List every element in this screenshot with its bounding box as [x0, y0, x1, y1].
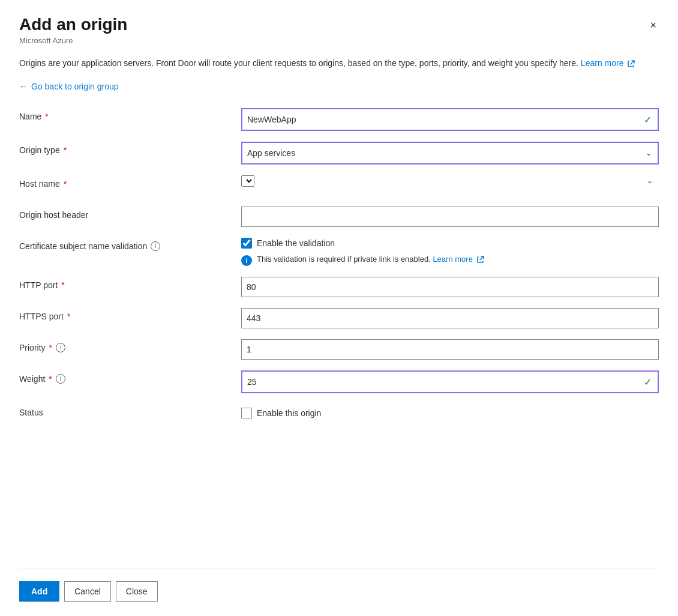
- back-to-origin-group-link[interactable]: ← Go back to origin group: [19, 82, 119, 91]
- https-port-row: HTTPS port *: [19, 308, 659, 328]
- origin-host-header-label: Origin host header: [19, 207, 241, 220]
- status-row: Status Enable this origin: [19, 404, 659, 424]
- learn-more-label: Learn more: [581, 58, 624, 68]
- weight-input[interactable]: [242, 372, 658, 392]
- weight-required-star: *: [49, 374, 52, 384]
- name-input[interactable]: [242, 109, 658, 130]
- priority-row: Priority * i: [19, 339, 659, 360]
- host-name-select-wrapper: ⌄: [241, 175, 659, 187]
- cert-validation-control: Enable the validation i This validation …: [241, 238, 659, 266]
- footer-divider: [19, 569, 659, 569]
- http-port-row: HTTP port *: [19, 277, 659, 297]
- origin-type-select[interactable]: App services Storage Cloud service Custo…: [242, 143, 658, 163]
- form-body: Name * ✓ Origin type * App services: [19, 108, 659, 554]
- status-checkbox[interactable]: [241, 408, 252, 418]
- footer-buttons: Add Cancel Close: [19, 581, 659, 602]
- priority-required-star: *: [49, 343, 52, 352]
- cancel-button[interactable]: Cancel: [64, 581, 111, 602]
- http-port-label: HTTP port *: [19, 277, 241, 290]
- cert-validation-row: Certificate subject name validation i En…: [19, 238, 659, 266]
- origin-type-required-star: *: [64, 145, 67, 155]
- name-control: ✓: [241, 108, 659, 131]
- status-checkbox-wrapper: Enable this origin: [241, 404, 659, 418]
- origin-type-wrapper: App services Storage Cloud service Custo…: [241, 142, 659, 165]
- name-check-icon: ✓: [644, 113, 652, 125]
- cert-info-text: This validation is required if private l…: [257, 255, 484, 264]
- host-name-chevron-icon: ⌄: [647, 177, 653, 185]
- cert-validation-info-icon[interactable]: i: [151, 241, 160, 251]
- https-port-required-star: *: [67, 312, 70, 321]
- learn-more-link[interactable]: Learn more: [581, 58, 635, 68]
- title-block: Add an origin Microsoft Azure: [19, 14, 127, 45]
- host-name-row: Host name * ⌄: [19, 175, 659, 196]
- weight-label: Weight * i: [19, 370, 241, 384]
- dialog-subtitle: Microsoft Azure: [19, 36, 127, 45]
- host-name-select[interactable]: [241, 175, 254, 187]
- cert-validation-checkbox[interactable]: [241, 238, 252, 249]
- https-port-input[interactable]: [241, 308, 659, 328]
- back-link-label: Go back to origin group: [31, 82, 119, 91]
- host-name-label: Host name *: [19, 175, 241, 189]
- external-link-icon: [628, 60, 635, 67]
- priority-info-icon[interactable]: i: [56, 343, 65, 352]
- weight-row: Weight * i ✓: [19, 370, 659, 393]
- status-control: Enable this origin: [241, 404, 659, 418]
- description-main: Origins are your application servers. Fr…: [19, 58, 578, 68]
- priority-control: [241, 339, 659, 360]
- name-required-star: *: [45, 112, 48, 121]
- host-name-control: ⌄: [241, 175, 659, 187]
- description-text: Origins are your application servers. Fr…: [19, 57, 655, 70]
- close-dialog-button[interactable]: Close: [116, 581, 158, 602]
- cert-learn-more-link[interactable]: Learn more: [433, 255, 484, 264]
- priority-label: Priority * i: [19, 339, 241, 352]
- cert-validation-label: Certificate subject name validation i: [19, 238, 241, 251]
- add-origin-dialog: Add an origin Microsoft Azure × Origins …: [0, 0, 678, 616]
- https-port-label: HTTPS port *: [19, 308, 241, 321]
- host-name-required-star: *: [64, 179, 67, 189]
- weight-input-wrapper: ✓: [241, 370, 659, 393]
- back-arrow-icon: ←: [19, 82, 28, 91]
- origin-type-control: App services Storage Cloud service Custo…: [241, 142, 659, 165]
- status-checkbox-label[interactable]: Enable this origin: [257, 408, 321, 418]
- http-port-required-star: *: [61, 280, 64, 290]
- priority-input[interactable]: [241, 339, 659, 360]
- origin-type-label: Origin type *: [19, 142, 241, 155]
- http-port-input[interactable]: [241, 277, 659, 297]
- close-button[interactable]: ×: [647, 17, 659, 34]
- origin-type-row: Origin type * App services Storage Cloud…: [19, 142, 659, 165]
- origin-host-header-row: Origin host header: [19, 207, 659, 227]
- cert-validation-checkbox-row: Enable the validation: [241, 238, 659, 249]
- weight-info-icon[interactable]: i: [56, 374, 65, 384]
- add-button[interactable]: Add: [19, 581, 59, 602]
- origin-host-header-input[interactable]: [241, 207, 659, 227]
- cert-validation-checkbox-label[interactable]: Enable the validation: [257, 238, 335, 248]
- cert-learn-more-label: Learn more: [433, 255, 472, 264]
- name-row: Name * ✓: [19, 108, 659, 131]
- https-port-control: [241, 308, 659, 328]
- cert-info-circle-icon: i: [241, 255, 252, 266]
- cert-validation-info: i This validation is required if private…: [241, 255, 659, 266]
- origin-host-header-control: [241, 207, 659, 227]
- http-port-control: [241, 277, 659, 297]
- weight-control: ✓: [241, 370, 659, 393]
- weight-check-icon: ✓: [644, 376, 652, 387]
- name-input-wrapper: ✓: [241, 108, 659, 131]
- dialog-title: Add an origin: [19, 14, 127, 35]
- name-label: Name *: [19, 108, 241, 121]
- status-label: Status: [19, 404, 241, 417]
- dialog-header: Add an origin Microsoft Azure ×: [19, 14, 659, 45]
- cert-external-link-icon: [477, 256, 484, 263]
